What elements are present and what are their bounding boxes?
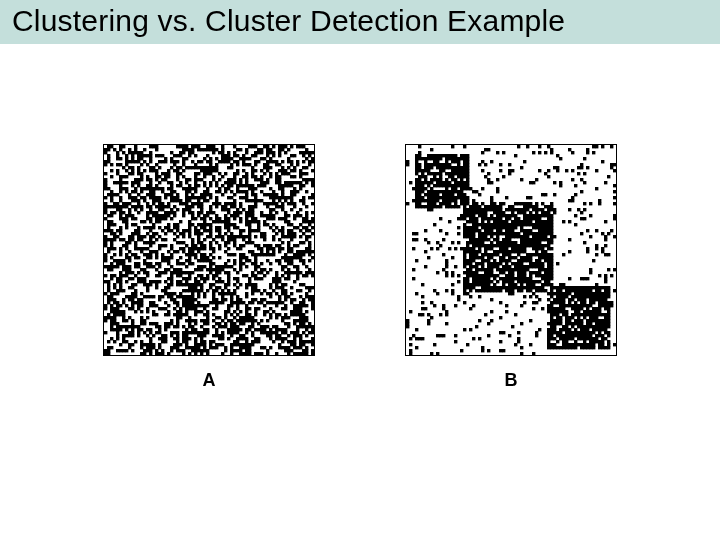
matrix-b [405,144,617,356]
content-row: A B [0,144,720,391]
matrix-a-canvas [104,145,314,355]
slide-title: Clustering vs. Cluster Detection Example [0,0,720,44]
caption-b: B [505,370,518,391]
panel-b: B [405,144,617,391]
matrix-b-canvas [406,145,616,355]
matrix-a [103,144,315,356]
panel-a: A [103,144,315,391]
caption-a: A [203,370,216,391]
